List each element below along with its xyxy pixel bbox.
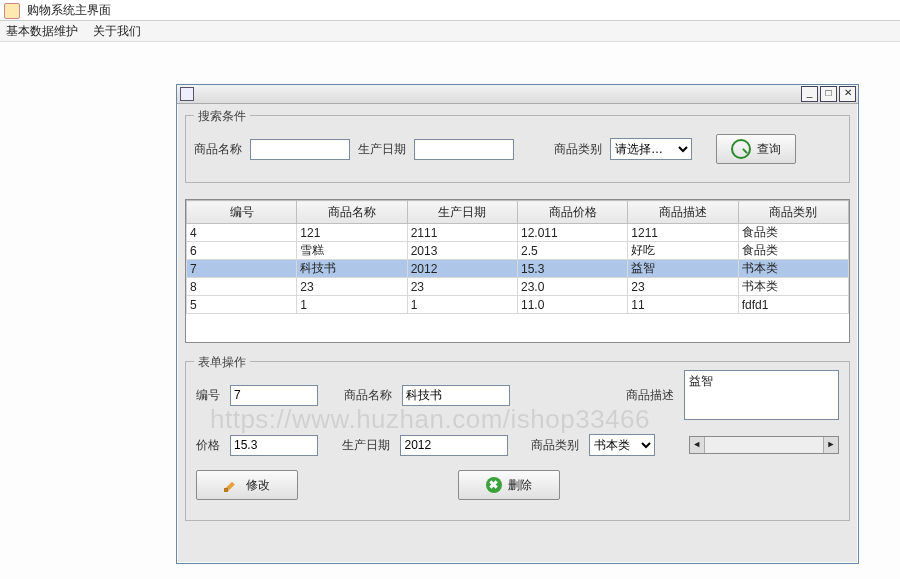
delete-icon [486, 477, 502, 493]
table-cell[interactable]: 11 [628, 296, 738, 314]
form-desc-scrollbar[interactable]: ◄ ► [689, 436, 839, 454]
th-category[interactable]: 商品类别 [738, 201, 848, 224]
query-button[interactable]: 查询 [716, 134, 796, 164]
form-name-input[interactable] [402, 385, 510, 406]
search-icon [731, 139, 751, 159]
form-panel-legend: 表单操作 [194, 354, 250, 371]
table-cell[interactable]: 23 [628, 278, 738, 296]
app-title: 购物系统主界面 [27, 3, 111, 17]
form-id-input[interactable] [230, 385, 318, 406]
product-name-label: 商品名称 [194, 141, 242, 158]
form-panel: 表单操作 编号 商品名称 商品描述 益智 价格 生产日期 [185, 361, 850, 521]
table-header-row: 编号 商品名称 生产日期 商品价格 商品描述 商品类别 [187, 201, 849, 224]
table-cell[interactable]: 1 [407, 296, 517, 314]
table-row[interactable]: 6雪糕20132.5好吃食品类 [187, 242, 849, 260]
table-row[interactable]: 8232323.023书本类 [187, 278, 849, 296]
table-row[interactable]: 51111.011fdfd1 [187, 296, 849, 314]
delete-button[interactable]: 删除 [458, 470, 560, 500]
form-date-label: 生产日期 [342, 437, 390, 454]
internal-frame-titlebar[interactable]: _ □ ✕ [177, 85, 858, 104]
table-cell[interactable]: 益智 [628, 260, 738, 278]
table-cell[interactable]: 书本类 [738, 260, 848, 278]
search-panel: 搜索条件 商品名称 生产日期 商品类别 请选择… 查询 [185, 115, 850, 183]
app-titlebar: 购物系统主界面 [0, 0, 900, 21]
form-id-label: 编号 [196, 387, 220, 404]
production-date-input[interactable] [414, 139, 514, 160]
table-cell[interactable]: 食品类 [738, 242, 848, 260]
table-row[interactable]: 4121211112.0111211食品类 [187, 224, 849, 242]
table-cell[interactable]: 11.0 [517, 296, 627, 314]
table-cell[interactable]: 雪糕 [297, 242, 407, 260]
table-cell[interactable]: 12.011 [517, 224, 627, 242]
form-desc-textarea[interactable]: 益智 [684, 370, 839, 420]
search-panel-legend: 搜索条件 [194, 108, 250, 125]
category-select[interactable]: 请选择… [610, 138, 692, 160]
table-cell[interactable]: 23.0 [517, 278, 627, 296]
form-date-input[interactable] [400, 435, 508, 456]
table-cell[interactable]: 2012 [407, 260, 517, 278]
delete-button-label: 删除 [508, 477, 532, 494]
th-id[interactable]: 编号 [187, 201, 297, 224]
table-cell[interactable]: 6 [187, 242, 297, 260]
table-cell[interactable]: 15.3 [517, 260, 627, 278]
table-cell[interactable]: 121 [297, 224, 407, 242]
product-table[interactable]: 编号 商品名称 生产日期 商品价格 商品描述 商品类别 4121211112.0… [185, 199, 850, 343]
table-cell[interactable]: 23 [407, 278, 517, 296]
production-date-label: 生产日期 [358, 141, 406, 158]
scroll-right-icon[interactable]: ► [823, 437, 838, 453]
close-button[interactable]: ✕ [839, 86, 856, 102]
table-cell[interactable]: fdfd1 [738, 296, 848, 314]
table-cell[interactable]: 5 [187, 296, 297, 314]
th-desc[interactable]: 商品描述 [628, 201, 738, 224]
table-cell[interactable]: 7 [187, 260, 297, 278]
table-cell[interactable]: 2111 [407, 224, 517, 242]
table-cell[interactable]: 食品类 [738, 224, 848, 242]
table-cell[interactable]: 书本类 [738, 278, 848, 296]
table-cell[interactable]: 1 [297, 296, 407, 314]
table-row[interactable]: 7科技书201215.3益智书本类 [187, 260, 849, 278]
form-price-label: 价格 [196, 437, 220, 454]
internal-frame: _ □ ✕ 搜索条件 商品名称 生产日期 商品类别 请选择… 查询 [176, 84, 859, 564]
table-cell[interactable]: 好吃 [628, 242, 738, 260]
form-price-input[interactable] [230, 435, 318, 456]
table-cell[interactable]: 23 [297, 278, 407, 296]
table-cell[interactable]: 科技书 [297, 260, 407, 278]
scroll-left-icon[interactable]: ◄ [690, 437, 705, 453]
modify-button[interactable]: 修改 [196, 470, 298, 500]
minimize-button[interactable]: _ [801, 86, 818, 102]
form-category-label: 商品类别 [531, 437, 579, 454]
form-category-select[interactable]: 书本类 [589, 434, 655, 456]
menu-item-data-maintenance[interactable]: 基本数据维护 [6, 24, 78, 38]
menubar: 基本数据维护 关于我们 [0, 21, 900, 42]
form-name-label: 商品名称 [344, 387, 392, 404]
th-date[interactable]: 生产日期 [407, 201, 517, 224]
product-name-input[interactable] [250, 139, 350, 160]
table-cell[interactable]: 2.5 [517, 242, 627, 260]
th-name[interactable]: 商品名称 [297, 201, 407, 224]
query-button-label: 查询 [757, 141, 781, 158]
table-cell[interactable]: 2013 [407, 242, 517, 260]
form-desc-label: 商品描述 [626, 387, 674, 404]
table-cell[interactable]: 1211 [628, 224, 738, 242]
menu-item-about[interactable]: 关于我们 [93, 24, 141, 38]
maximize-button[interactable]: □ [820, 86, 837, 102]
category-label: 商品类别 [554, 141, 602, 158]
java-cup-icon [4, 3, 20, 19]
th-price[interactable]: 商品价格 [517, 201, 627, 224]
modify-button-label: 修改 [246, 477, 270, 494]
table-cell[interactable]: 8 [187, 278, 297, 296]
table-cell[interactable]: 4 [187, 224, 297, 242]
edit-icon [224, 477, 240, 493]
window-icon [180, 87, 194, 101]
